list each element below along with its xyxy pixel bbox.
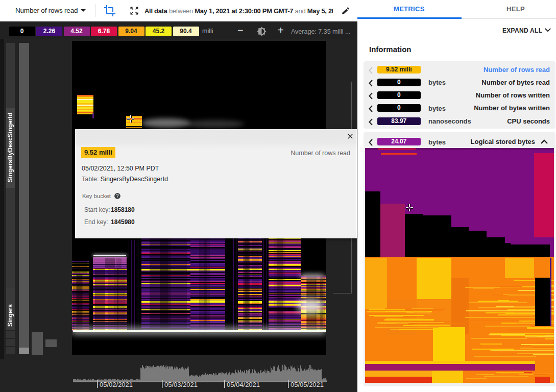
svg-text:05/02/2021: 05/02/2021 (100, 381, 133, 388)
svg-text:05/04/2021: 05/04/2021 (227, 381, 260, 388)
svg-text:05/05/2021: 05/05/2021 (291, 381, 324, 388)
svg-text:05/03/2021: 05/03/2021 (164, 381, 198, 388)
